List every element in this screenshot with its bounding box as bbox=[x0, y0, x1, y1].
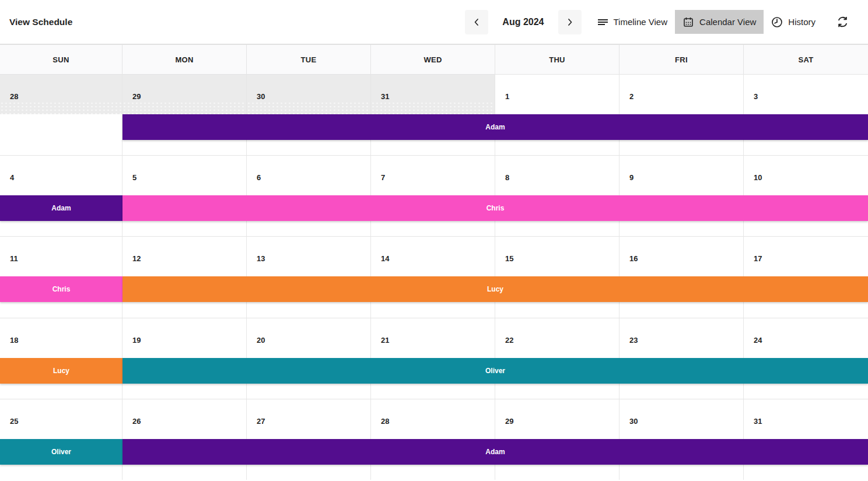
shift-label: Adam bbox=[485, 448, 505, 456]
date-number: 5 bbox=[132, 173, 136, 182]
date-number: 25 bbox=[10, 417, 18, 426]
date-number: 8 bbox=[505, 173, 509, 182]
shift-label: Chris bbox=[52, 285, 71, 293]
day-header-mon: MON bbox=[123, 45, 247, 74]
week-row-4: 18192021222324LucyOliver bbox=[0, 318, 868, 399]
date-number: 31 bbox=[754, 417, 762, 426]
timeline-icon bbox=[597, 17, 608, 27]
date-number: 10 bbox=[754, 173, 762, 182]
date-number: 9 bbox=[629, 173, 634, 182]
shift-label: Lucy bbox=[487, 285, 503, 293]
shift-label: Oliver bbox=[51, 448, 71, 456]
date-number: 6 bbox=[257, 173, 261, 182]
date-number: 29 bbox=[505, 417, 513, 426]
date-number: 21 bbox=[381, 336, 389, 345]
chevron-right-icon bbox=[565, 17, 575, 27]
shift-label: Lucy bbox=[53, 367, 69, 375]
topbar-controls: Aug 2024 Timeline View bbox=[465, 10, 853, 34]
date-number: 28 bbox=[381, 417, 389, 426]
timeline-view-label: Timeline View bbox=[614, 17, 668, 27]
date-number: 11 bbox=[10, 254, 18, 263]
calendar-icon bbox=[682, 16, 694, 28]
shift-bar-adam[interactable]: Adam bbox=[0, 195, 123, 221]
week-row-3: 11121314151617ChrisLucy bbox=[0, 236, 868, 317]
date-number: 17 bbox=[754, 254, 762, 263]
date-number: 22 bbox=[505, 336, 513, 345]
date-number: 4 bbox=[10, 173, 14, 182]
date-number: 30 bbox=[629, 417, 638, 426]
timeline-view-button[interactable]: Timeline View bbox=[590, 10, 676, 34]
calendar-view-label: Calendar View bbox=[699, 17, 756, 27]
chevron-left-icon bbox=[472, 17, 481, 27]
history-label: History bbox=[788, 17, 816, 27]
date-number: 16 bbox=[629, 254, 638, 263]
day-header-sun: SUN bbox=[0, 45, 123, 74]
date-number: 26 bbox=[132, 417, 141, 426]
day-cell-other-month: 28 bbox=[0, 75, 123, 155]
shift-bar-lucy[interactable]: Lucy bbox=[123, 276, 868, 302]
date-number: 19 bbox=[132, 336, 141, 345]
refresh-icon bbox=[836, 15, 849, 29]
shift-bar-chris[interactable]: Chris bbox=[0, 276, 123, 302]
clock-icon bbox=[771, 16, 783, 28]
day-header-sat: SAT bbox=[744, 45, 868, 74]
date-number: 30 bbox=[257, 92, 265, 101]
day-header-row: SUNMONTUEWEDTHUFRISAT bbox=[0, 45, 868, 75]
date-number: 12 bbox=[132, 254, 141, 263]
shift-bar-adam[interactable]: Adam bbox=[123, 114, 868, 140]
day-header-tue: TUE bbox=[247, 45, 371, 74]
week-row-5: 25262728293031OliverAdam bbox=[0, 399, 868, 480]
date-number: 20 bbox=[257, 336, 265, 345]
date-number: 13 bbox=[257, 254, 265, 263]
day-header-thu: THU bbox=[495, 45, 620, 74]
date-number: 24 bbox=[754, 336, 762, 345]
date-number: 7 bbox=[381, 173, 385, 182]
topbar: View Schedule Aug 2024 bbox=[0, 0, 868, 45]
date-number: 23 bbox=[629, 336, 638, 345]
next-month-button[interactable] bbox=[558, 10, 582, 34]
date-number: 3 bbox=[754, 92, 758, 101]
shift-label: Chris bbox=[487, 204, 505, 212]
shift-label: Adam bbox=[485, 123, 505, 131]
date-number: 15 bbox=[505, 254, 513, 263]
shift-bar-chris[interactable]: Chris bbox=[123, 195, 868, 221]
calendar-view-button[interactable]: Calendar View bbox=[675, 10, 764, 34]
date-number: 31 bbox=[381, 92, 389, 101]
date-number: 18 bbox=[10, 336, 18, 345]
day-header-wed: WED bbox=[371, 45, 495, 74]
date-number: 29 bbox=[132, 92, 141, 101]
refresh-button[interactable] bbox=[832, 12, 853, 32]
history-button[interactable]: History bbox=[764, 10, 823, 34]
shift-bar-lucy[interactable]: Lucy bbox=[0, 358, 123, 384]
date-number: 27 bbox=[257, 417, 265, 426]
date-number: 1 bbox=[505, 92, 509, 101]
day-header-fri: FRI bbox=[620, 45, 744, 74]
date-number: 2 bbox=[629, 92, 634, 101]
shift-bar-oliver[interactable]: Oliver bbox=[0, 439, 123, 465]
shift-label: Adam bbox=[51, 204, 71, 212]
calendar-weeks: 28293031123Adam45678910AdamChris11121314… bbox=[0, 75, 868, 480]
date-number: 14 bbox=[381, 254, 389, 263]
shift-bar-adam[interactable]: Adam bbox=[123, 439, 868, 465]
date-number: 28 bbox=[10, 92, 18, 101]
shift-label: Oliver bbox=[485, 367, 505, 375]
month-label: Aug 2024 bbox=[502, 17, 544, 27]
week-row-1: 28293031123Adam bbox=[0, 75, 868, 155]
shift-bar-oliver[interactable]: Oliver bbox=[123, 358, 868, 384]
page-title: View Schedule bbox=[9, 17, 72, 27]
week-row-2: 45678910AdamChris bbox=[0, 155, 868, 236]
prev-month-button[interactable] bbox=[465, 10, 488, 34]
